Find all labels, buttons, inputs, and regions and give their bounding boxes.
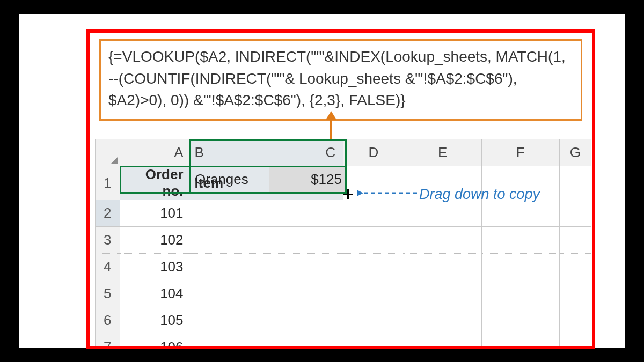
cell-D6[interactable]: [343, 307, 404, 334]
cell-D2[interactable]: [343, 200, 404, 227]
col-header-D[interactable]: D: [343, 139, 404, 166]
cell-G2[interactable]: [559, 200, 591, 227]
cell-D4[interactable]: [343, 254, 404, 280]
cell-F4[interactable]: [481, 254, 559, 280]
row-6: 6 105: [96, 307, 591, 334]
row-header[interactable]: 4: [96, 254, 120, 280]
col-header-E[interactable]: E: [404, 139, 481, 166]
cell-B4[interactable]: [189, 254, 266, 280]
col-header-F[interactable]: F: [481, 139, 559, 166]
cell-G6[interactable]: [559, 307, 591, 334]
cell-E2[interactable]: [404, 200, 481, 227]
row-4: 4 103: [96, 254, 591, 280]
cell-C2[interactable]: [266, 200, 343, 227]
screenshot-frame: {=VLOOKUP($A2, INDIRECT("'"&INDEX(Lookup…: [86, 29, 595, 349]
cell-B7[interactable]: [189, 334, 266, 350]
drag-annotation-text: Drag down to copy: [419, 186, 540, 203]
cell-F2[interactable]: [481, 200, 559, 227]
cell-D3[interactable]: [343, 227, 404, 254]
column-header-row: A B C D E F G: [96, 139, 591, 166]
cell-A4[interactable]: 103: [120, 254, 189, 280]
cell-C1[interactable]: Amount: [266, 166, 343, 200]
cell-A6[interactable]: 105: [120, 307, 189, 334]
col-header-C[interactable]: C: [266, 139, 343, 166]
cell-C5[interactable]: [266, 280, 343, 307]
cell-E6[interactable]: [404, 307, 481, 334]
cell-D7[interactable]: [343, 334, 404, 350]
cell-A5[interactable]: 104: [120, 280, 189, 307]
cell-E7[interactable]: [404, 334, 481, 350]
cell-G7[interactable]: [559, 334, 591, 350]
spreadsheet-grid[interactable]: A B C D E F G 1 Order no. Item Amount: [95, 139, 591, 349]
select-all-corner[interactable]: [96, 139, 120, 166]
cell-B5[interactable]: [189, 280, 266, 307]
cell-C3[interactable]: [266, 227, 343, 254]
cell-A7[interactable]: 106: [120, 334, 189, 350]
cell-D1[interactable]: [343, 166, 404, 200]
cell-E4[interactable]: [404, 254, 481, 280]
cell-B6[interactable]: [189, 307, 266, 334]
row-header[interactable]: 2: [96, 200, 120, 227]
cell-B3[interactable]: [189, 227, 266, 254]
row-header[interactable]: 5: [96, 280, 120, 307]
col-header-A[interactable]: A: [120, 139, 189, 166]
cell-A3[interactable]: 102: [120, 227, 189, 254]
cell-F6[interactable]: [481, 307, 559, 334]
row-7: 7 106: [96, 334, 591, 350]
cell-G4[interactable]: [559, 254, 591, 280]
col-header-G[interactable]: G: [559, 139, 591, 166]
row-header[interactable]: 7: [96, 334, 120, 350]
cell-G1[interactable]: [559, 166, 591, 200]
formula-callout: {=VLOOKUP($A2, INDIRECT("'"&INDEX(Lookup…: [99, 39, 582, 121]
cell-B2[interactable]: [189, 200, 266, 227]
cell-A1[interactable]: Order no.: [120, 166, 189, 200]
cell-F7[interactable]: [481, 334, 559, 350]
col-header-B[interactable]: B: [189, 139, 266, 166]
cell-F5[interactable]: [481, 280, 559, 307]
cell-D5[interactable]: [343, 280, 404, 307]
cell-G3[interactable]: [559, 227, 591, 254]
row-header[interactable]: 3: [96, 227, 120, 254]
cell-E3[interactable]: [404, 227, 481, 254]
cell-B1[interactable]: Item: [189, 166, 266, 200]
row-header[interactable]: 1: [96, 166, 120, 200]
row-2: 2 101: [96, 200, 591, 227]
page-background: {=VLOOKUP($A2, INDIRECT("'"&INDEX(Lookup…: [19, 14, 625, 348]
row-header[interactable]: 6: [96, 307, 120, 334]
cell-F3[interactable]: [481, 227, 559, 254]
cell-C7[interactable]: [266, 334, 343, 350]
cell-E5[interactable]: [404, 280, 481, 307]
cell-G5[interactable]: [559, 280, 591, 307]
cell-A2[interactable]: 101: [120, 200, 189, 227]
cell-C4[interactable]: [266, 254, 343, 280]
formula-text: {=VLOOKUP($A2, INDIRECT("'"&INDEX(Lookup…: [108, 48, 566, 108]
row-3: 3 102: [96, 227, 591, 254]
cell-C6[interactable]: [266, 307, 343, 334]
row-5: 5 104: [96, 280, 591, 307]
